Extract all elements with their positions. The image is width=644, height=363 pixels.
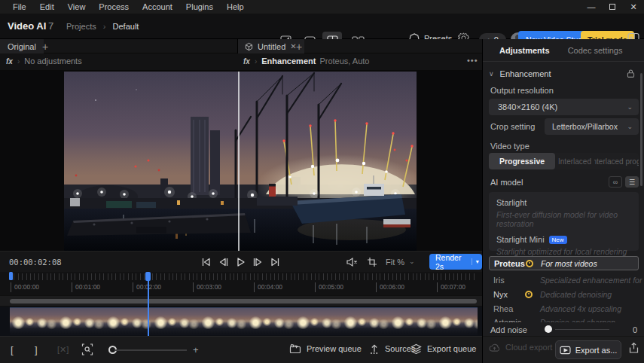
maximize-button[interactable] [602,0,623,14]
window-controls: — ✕ [581,0,644,14]
upload-icon [369,343,380,354]
model-starlight[interactable]: Starlight [496,198,631,207]
clapperboard-icon [289,343,301,354]
clear-trim-button: [✕] [57,345,69,355]
chevron-down-icon: ⌄ [627,123,633,130]
add-view-button-right[interactable]: + [290,39,308,53]
ai-model-header: AI model ∞ ☰ [490,178,639,190]
current-timecode: 00:00:02:08 [9,258,62,267]
sidebar-scrollbar[interactable] [640,73,642,186]
chevron-down-icon: ⌄ [409,258,415,265]
more-options-icon[interactable]: ••• [467,56,478,65]
lock-icon[interactable] [626,69,636,78]
adjustment-summary-bar: fx › No adjustments fx › Enhancement Pro… [0,53,482,71]
crop-setting-label: Crop setting [490,122,535,131]
filmstrip-thumbnail [295,308,342,335]
enhancement-section-header[interactable]: ∨ Enhancement [489,68,639,80]
add-view-button-left[interactable]: + [36,39,54,53]
zoom-fit-label[interactable]: Fit % [386,258,404,267]
video-preview-area[interactable] [0,71,482,251]
model-starlight-desc: First-ever diffusion model for video res… [496,210,631,228]
model-rhea[interactable]: Rhea Advanced 4x upscaling [489,301,639,316]
model-iris[interactable]: Iris Specialized enhancement for faces [489,273,639,287]
tick-label: 00:07:00 [437,282,465,292]
add-noise-slider-knob[interactable] [545,325,552,333]
skip-to-end-button[interactable] [270,257,281,267]
skip-to-start-button[interactable] [200,257,212,267]
frame-forward-button[interactable] [252,257,264,267]
menu-bar: File Edit View Process Account Plugins H… [0,0,644,14]
filmstrip-thumbnail [437,308,478,335]
timeline-zoom-in-button[interactable]: + [193,344,199,355]
timeline-ruler[interactable]: 00:00:00 00:01:00 00:02:00 00:03:00 00:0… [0,272,482,295]
menu-file[interactable]: File [6,0,33,14]
menu-edit[interactable]: Edit [33,0,61,14]
new-badge: New [549,236,567,244]
video-type-progressive[interactable]: Progressive [489,153,555,169]
export-queue-button[interactable]: Export queue [411,343,476,354]
menu-help[interactable]: Help [220,0,251,14]
tab-codec-settings[interactable]: Codec settings [568,46,623,55]
header-bar: Video AI 7 Projects › Default Presets ◐ … [0,14,644,39]
featured-models-card: Starlight First-ever diffusion model for… [489,192,639,251]
minimize-button[interactable]: — [581,0,602,14]
close-button[interactable]: ✕ [623,0,644,14]
play-button[interactable] [235,257,246,267]
frame-back-button[interactable] [218,257,229,267]
playhead-handle[interactable] [145,272,151,281]
add-noise-row: Add noise 0 [483,322,644,337]
filmstrip-track[interactable] [0,307,482,336]
breadcrumb: Projects › Default [66,22,139,31]
model-proteus[interactable]: Proteus For most videos [489,256,639,270]
crop-setting-dropdown[interactable]: Letterbox/Pillarbox ⌄ [545,118,639,135]
breadcrumb-separator: › [103,22,106,31]
chevron-down-icon: ⌄ [627,103,633,111]
enhancement-summary[interactable]: fx › Enhancement Proteus, Auto [243,56,369,66]
cloud-export-button: Cloud export [489,343,552,352]
filmstrip-thumbnail [152,308,200,335]
export-as-button[interactable]: Export as... [555,340,621,359]
preview-queue-button[interactable]: Preview queue [289,343,362,354]
preset-cube-icon [245,42,253,51]
video-type-label: Video type [490,142,530,151]
video-type-segmented-control: Progressive Interlaced Interlaced prog. [489,153,639,169]
filmstrip[interactable] [10,307,478,335]
timeline-zoom-slider-track[interactable] [114,349,187,351]
sources-button[interactable]: Sources [369,343,415,354]
crop-icon[interactable] [367,257,377,267]
app-title: Video AI [8,20,46,32]
playhead-line[interactable] [148,273,149,336]
output-resolution-dropdown[interactable]: 3840×2160 (4K) ⌄ [489,99,639,115]
video-ai-window: File Edit View Process Account Plugins H… [0,0,644,363]
menu-process[interactable]: Process [92,0,136,14]
video-type-interlaced-prog[interactable]: Interlaced prog. [594,153,639,169]
render-options-caret[interactable]: ▾ [472,258,482,265]
zoom-to-selection-icon[interactable] [81,343,93,355]
share-icon[interactable] [628,342,639,354]
set-trim-in-button[interactable]: [ [11,344,14,355]
original-adjustments-summary[interactable]: fx › No adjustments [6,56,82,66]
menu-account[interactable]: Account [136,0,179,14]
timeline-zoom-bar[interactable] [10,299,477,304]
model-nyx[interactable]: Nyx Dedicated denoising [489,287,639,301]
sidebar-footer: Cloud export Export as... [483,336,644,363]
menu-plugins[interactable]: Plugins [179,0,220,14]
tab-adjustments[interactable]: Adjustments [499,46,550,55]
fx-icon: fx [243,57,250,66]
timeline-zoom-track[interactable] [0,295,482,307]
set-trim-out-button[interactable]: ] [35,344,38,355]
in-point-marker[interactable] [9,272,13,280]
model-starlight-mini[interactable]: Starlight Mini New [496,235,631,244]
model-starlight-mini-desc: Starlight optimized for local rendering [496,247,631,256]
render-button[interactable]: Render 2s ▾ [429,254,482,270]
compare-view-icon[interactable]: ∞ [609,176,622,188]
add-noise-slider-track[interactable] [555,329,609,331]
mute-icon[interactable] [346,257,358,267]
menu-view[interactable]: View [61,0,93,14]
breadcrumb-projects[interactable]: Projects [66,22,96,31]
breadcrumb-current[interactable]: Default [113,22,139,31]
maximize-icon [609,4,615,10]
target-icon [525,291,533,298]
video-type-interlaced[interactable]: Interlaced [555,153,594,169]
list-view-icon[interactable]: ☰ [625,176,639,188]
